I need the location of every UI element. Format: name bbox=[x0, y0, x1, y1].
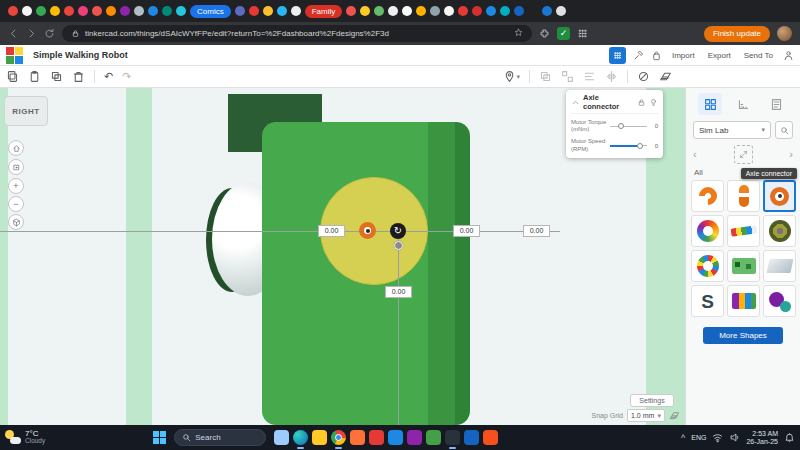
tools-hammer-icon[interactable] bbox=[633, 50, 644, 61]
group-icon[interactable] bbox=[539, 70, 552, 83]
browser-tab[interactable] bbox=[346, 6, 356, 16]
taskbar-app-icon[interactable] bbox=[407, 430, 422, 445]
browser-tab[interactable] bbox=[64, 6, 74, 16]
collapse-chevron-icon[interactable] bbox=[571, 98, 580, 107]
taskbar-app-icon[interactable] bbox=[274, 430, 289, 445]
delete-trash-icon[interactable] bbox=[72, 70, 85, 83]
browser-tab[interactable] bbox=[556, 6, 566, 16]
taskbar-app-icon[interactable] bbox=[445, 430, 460, 445]
paste-icon[interactable] bbox=[28, 70, 41, 83]
browser-tab[interactable] bbox=[176, 6, 186, 16]
browser-tab[interactable] bbox=[106, 6, 116, 16]
browser-tab[interactable] bbox=[416, 6, 426, 16]
apps-grid-icon[interactable] bbox=[577, 28, 588, 39]
browser-profile-avatar[interactable] bbox=[777, 26, 792, 41]
segment-strip-icon[interactable] bbox=[727, 215, 760, 247]
more-shapes-button[interactable]: More Shapes bbox=[703, 327, 783, 344]
browser-tab[interactable] bbox=[444, 6, 454, 16]
browser-tab[interactable] bbox=[500, 6, 510, 16]
lock-icon[interactable] bbox=[637, 98, 646, 107]
url-omnibox[interactable]: tinkercad.com/things/dSAIcWYfFPe/edit?re… bbox=[62, 25, 532, 42]
finish-update-button[interactable]: Finish update bbox=[704, 26, 770, 42]
home-view-icon[interactable] bbox=[8, 140, 24, 156]
workplane-grid-icon[interactable] bbox=[659, 70, 672, 83]
perspective-toggle-icon[interactable] bbox=[8, 214, 24, 230]
send-to-button[interactable]: Send To bbox=[741, 49, 776, 62]
hide-toggle-icon[interactable] bbox=[637, 70, 650, 83]
taskbar-app-icon[interactable] bbox=[369, 430, 384, 445]
s-bracket-icon[interactable]: S bbox=[691, 285, 724, 317]
browser-tab[interactable] bbox=[162, 6, 172, 16]
shop-bag-icon[interactable] bbox=[651, 50, 662, 61]
notes-tab[interactable] bbox=[764, 93, 788, 115]
browser-tab[interactable] bbox=[134, 6, 144, 16]
tray-overflow-chevron[interactable]: ^ bbox=[681, 433, 685, 443]
forward-icon[interactable] bbox=[26, 28, 37, 39]
extension-check-icon[interactable]: ✓ bbox=[557, 27, 570, 40]
tire-icon[interactable] bbox=[763, 215, 796, 247]
rainbow-ring-icon[interactable] bbox=[691, 215, 724, 247]
browser-tab[interactable] bbox=[8, 6, 18, 16]
taskbar-search[interactable]: Search bbox=[174, 429, 266, 446]
lightbulb-icon[interactable] bbox=[649, 98, 658, 107]
dimension-input[interactable]: 0.00 bbox=[453, 225, 480, 237]
rotate-handle-icon[interactable]: ↻ bbox=[390, 223, 406, 239]
wifi-icon[interactable] bbox=[712, 432, 723, 443]
motor-torque-value[interactable]: 0 bbox=[650, 123, 658, 129]
chip-board-icon[interactable] bbox=[727, 250, 760, 282]
axle-cap-icon[interactable] bbox=[727, 180, 760, 212]
metal-sheet-icon[interactable] bbox=[763, 250, 796, 282]
design-title[interactable]: Simple Walking Robot bbox=[33, 50, 128, 60]
browser-tab[interactable] bbox=[472, 6, 482, 16]
snap-grid-select[interactable]: 1.0 mm▾ bbox=[627, 409, 665, 422]
bookmark-star-icon[interactable] bbox=[514, 28, 523, 39]
taskbar-app-icon[interactable] bbox=[426, 430, 441, 445]
browser-tab[interactable] bbox=[291, 6, 301, 16]
browser-tab[interactable] bbox=[36, 6, 46, 16]
ungroup-icon[interactable] bbox=[561, 70, 574, 83]
mirror-flip-icon[interactable] bbox=[605, 70, 618, 83]
browser-tab[interactable] bbox=[360, 6, 370, 16]
browser-tab[interactable] bbox=[78, 6, 88, 16]
notification-bell-icon[interactable] bbox=[784, 432, 795, 443]
browser-tab[interactable] bbox=[22, 6, 32, 16]
dimension-input[interactable]: 0.00 bbox=[318, 225, 345, 237]
browser-tab[interactable] bbox=[263, 6, 273, 16]
view-cube[interactable]: RIGHT bbox=[4, 96, 48, 126]
dashboard-grid-icon[interactable] bbox=[609, 47, 626, 64]
browser-tab[interactable] bbox=[388, 6, 398, 16]
move-handle-icon[interactable] bbox=[394, 241, 403, 250]
taskbar-app-icon[interactable] bbox=[293, 430, 308, 445]
tab-group-comics[interactable]: Comics bbox=[190, 5, 231, 18]
browser-tab[interactable] bbox=[542, 6, 552, 16]
detach-panel-button[interactable] bbox=[734, 145, 753, 164]
dimension-input[interactable]: 0.00 bbox=[385, 286, 412, 298]
motor-speed-slider[interactable] bbox=[610, 142, 647, 150]
start-button[interactable] bbox=[153, 431, 166, 444]
zoom-in-icon[interactable]: + bbox=[8, 178, 24, 194]
browser-tab[interactable] bbox=[235, 6, 245, 16]
ruler-tab[interactable] bbox=[731, 93, 755, 115]
browser-tab[interactable] bbox=[277, 6, 287, 16]
pcb-icon[interactable] bbox=[727, 285, 760, 317]
duplicate-icon[interactable] bbox=[50, 70, 63, 83]
extensions-puzzle-icon[interactable] bbox=[539, 28, 550, 39]
browser-tab[interactable] bbox=[374, 6, 384, 16]
zoom-out-icon[interactable]: − bbox=[8, 196, 24, 212]
redo-icon[interactable]: ↷ bbox=[122, 71, 131, 82]
import-button[interactable]: Import bbox=[669, 49, 698, 62]
undo-icon[interactable]: ↶ bbox=[104, 71, 113, 82]
shapes-grid-tab[interactable] bbox=[698, 93, 722, 115]
taskbar-app-icon[interactable] bbox=[331, 430, 346, 445]
search-shapes-button[interactable] bbox=[775, 121, 793, 139]
copy-icon[interactable] bbox=[6, 70, 19, 83]
weather-widget[interactable]: 7°CCloudy bbox=[5, 430, 45, 445]
prev-page-chevron[interactable]: ‹ bbox=[693, 149, 697, 160]
browser-tab[interactable] bbox=[528, 6, 538, 16]
gear-set-icon[interactable] bbox=[763, 285, 796, 317]
edit-grid-icon[interactable] bbox=[669, 410, 680, 421]
shape-category-select[interactable]: Sim Lab▾ bbox=[693, 121, 771, 139]
next-page-chevron[interactable]: › bbox=[789, 149, 793, 160]
browser-tab[interactable] bbox=[430, 6, 440, 16]
3d-viewport[interactable]: 0.00 0.00 0.00 0.00 ↻ RIGHT + − Axle con… bbox=[0, 88, 800, 425]
